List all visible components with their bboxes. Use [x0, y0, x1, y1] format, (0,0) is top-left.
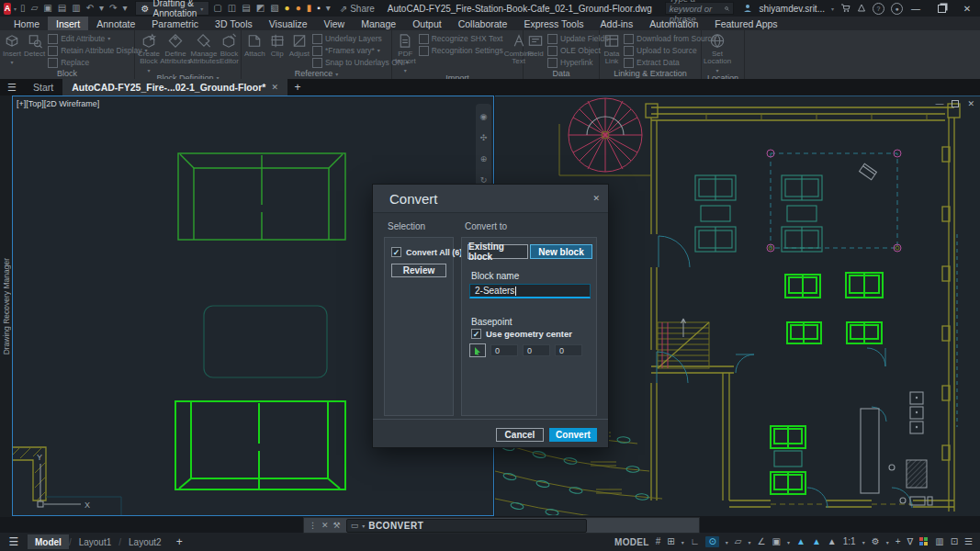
edit-attribute-button[interactable]: Edit Attribute▾	[48, 34, 147, 44]
new-drawing-tab-button[interactable]: +	[287, 79, 308, 96]
block-editor-button[interactable]: Block Editor	[220, 32, 239, 66]
new-file-icon[interactable]: ▯	[20, 4, 26, 13]
pick-point-button[interactable]	[469, 343, 486, 357]
zoom-icon[interactable]: ⊕	[480, 155, 488, 163]
annotation-autoscale-icon[interactable]: ▲	[812, 537, 821, 546]
new-block-button[interactable]: New block	[530, 244, 592, 259]
user-arrow-icon[interactable]: ▾	[831, 6, 834, 12]
save-icon[interactable]: ▣	[43, 4, 51, 13]
command-input[interactable]: ▭ ▾ BCONVERT	[346, 519, 587, 533]
object-snap-tracking-icon[interactable]: ∠	[758, 537, 766, 546]
annotation-scale-value[interactable]: 1:1	[843, 537, 856, 546]
adjust-button[interactable]: Adjust	[289, 32, 310, 58]
customization-icon[interactable]: ☰	[964, 537, 973, 546]
file-tabs-menu-icon[interactable]: ☰	[0, 79, 24, 96]
lock-icon[interactable]: ▮	[307, 4, 312, 13]
field-button[interactable]: Field	[526, 32, 545, 58]
close-tab-icon[interactable]: ✕	[271, 83, 278, 92]
clip-button[interactable]: Clip	[268, 32, 287, 58]
command-close-icon[interactable]: ✕	[321, 521, 329, 530]
replace-block-button[interactable]: Replace	[48, 58, 147, 68]
app-menu-arrow-icon[interactable]: ▾	[14, 6, 17, 12]
panel-title-reference[interactable]: Reference▾	[242, 68, 391, 79]
attach-button[interactable]: Attach	[244, 32, 265, 58]
isodraft-arrow-icon[interactable]: ▾	[749, 539, 751, 545]
block-name-input[interactable]: 2-Seaters	[469, 284, 591, 298]
bulb-on-icon[interactable]: ●	[285, 4, 290, 13]
viewport-controls-label[interactable]: [+][Top][2D Wireframe]	[17, 99, 99, 108]
bulb-alt-icon[interactable]: ●	[296, 4, 301, 13]
snap-arrow-icon[interactable]: ▾	[681, 539, 684, 545]
tools-arrow-icon[interactable]: ▾	[326, 4, 331, 13]
dialog-header[interactable]: Convert ✕	[373, 185, 608, 213]
drawing-close-icon[interactable]: ✕	[967, 99, 974, 108]
drawing-recovery-manager-palette[interactable]: Drawing Recovery Manager	[0, 96, 12, 517]
search-input[interactable]: Type a keyword or phrase	[665, 2, 735, 15]
steering-wheel-icon[interactable]: ◉	[480, 113, 488, 121]
recognition-settings-button[interactable]: Recognition Settings	[419, 46, 503, 56]
retain-attribute-display-button[interactable]: Retain Attribute Display▾	[48, 46, 147, 56]
workspace-switcher[interactable]: ⚙ Drafting & Annotation ▾	[135, 1, 210, 16]
search-icon[interactable]	[725, 5, 729, 13]
tab-view[interactable]: View	[316, 17, 354, 30]
polar-tracking-icon[interactable]: ⊙	[705, 536, 718, 547]
tab-3d-tools[interactable]: 3D Tools	[207, 17, 261, 30]
qsave-icon[interactable]: ▤	[242, 4, 250, 13]
annotation-visibility-icon[interactable]: ▲	[796, 537, 805, 546]
pan-icon[interactable]: ✣	[480, 134, 488, 142]
recent-commands-icon[interactable]: ▭	[351, 521, 359, 530]
annotation-scale-icon[interactable]: ▲	[828, 537, 837, 546]
basepoint-y-field[interactable]: 0	[523, 344, 550, 356]
undo-icon[interactable]: ↶	[86, 4, 94, 13]
panel-title-data[interactable]: Data	[524, 68, 599, 79]
cart-icon[interactable]	[840, 4, 850, 13]
user-icon[interactable]	[743, 4, 752, 13]
convert-button[interactable]: Convert	[549, 428, 597, 442]
pdf-import-button[interactable]: PDF Import▾	[395, 32, 416, 73]
tab-layout1[interactable]: Layout1	[72, 534, 119, 549]
tab-featured-apps[interactable]: Featured Apps	[706, 17, 785, 30]
ortho-mode-icon[interactable]: ∟	[691, 537, 700, 546]
panel-title-block[interactable]: Block	[0, 68, 134, 79]
tab-home[interactable]: Home	[6, 17, 48, 30]
help-icon[interactable]: ?	[873, 3, 884, 15]
assistant-icon[interactable]: ●	[891, 3, 903, 15]
tab-automation[interactable]: Automation	[641, 17, 706, 30]
clean-screen-icon[interactable]: ⊡	[951, 537, 958, 546]
minimize-button[interactable]: —	[903, 0, 929, 17]
object-snap-arrow-icon[interactable]: ▾	[787, 539, 790, 545]
scale-arrow-icon[interactable]: ▾	[862, 539, 865, 545]
convert-all-checkbox[interactable]: ✓ Convert All (6)	[391, 247, 462, 257]
tab-add-ins[interactable]: Add-ins	[592, 17, 642, 30]
notifications-icon[interactable]	[857, 4, 866, 13]
tab-output[interactable]: Output	[404, 17, 450, 30]
use-geometry-center-checkbox[interactable]: ✓ Use geometry center	[471, 329, 572, 339]
manage-attributes-button[interactable]: Manage Attributes	[191, 32, 217, 66]
redo-icon[interactable]: ↷	[109, 4, 117, 13]
tab-manage[interactable]: Manage	[353, 17, 404, 30]
panel-title-import[interactable]: Import	[392, 73, 523, 79]
recognize-shx-text-button[interactable]: Recognize SHX Text	[419, 34, 503, 44]
trace-icon[interactable]: ▪	[317, 4, 321, 13]
visibility-icon[interactable]: ◫	[228, 4, 236, 13]
isolate-objects-icon[interactable]: ∇	[907, 537, 913, 546]
workspace-switching-icon[interactable]: ⚙	[872, 537, 880, 546]
tab-visualize[interactable]: Visualize	[261, 17, 316, 30]
object-snap-icon[interactable]: ▣	[772, 537, 781, 546]
save-as-icon[interactable]: ▤	[58, 4, 66, 13]
data-link-button[interactable]: Data Link	[603, 32, 621, 66]
isodraft-icon[interactable]: ▱	[735, 537, 742, 546]
layout-menu-icon[interactable]: ☰	[0, 535, 28, 548]
tab-express-tools[interactable]: Express Tools	[515, 17, 591, 30]
restore-button[interactable]	[929, 0, 954, 17]
plot-icon[interactable]: ▥	[72, 4, 80, 13]
tab-collaborate[interactable]: Collaborate	[450, 17, 516, 30]
tab-layout2[interactable]: Layout2	[121, 534, 169, 549]
drawing-minimize-icon[interactable]: —	[935, 99, 943, 108]
command-grip-icon[interactable]: ⋮	[309, 521, 317, 530]
cancel-button[interactable]: Cancel	[496, 428, 544, 442]
user-name[interactable]: shiyamdev.srit...	[759, 4, 825, 14]
tab-annotate[interactable]: Annotate	[88, 17, 143, 30]
tab-current-drawing[interactable]: AutoCAD-FY25_Fire-...02-1_Ground-Floor*✕	[62, 79, 287, 96]
snap-mode-icon[interactable]: ⊞	[667, 537, 674, 546]
